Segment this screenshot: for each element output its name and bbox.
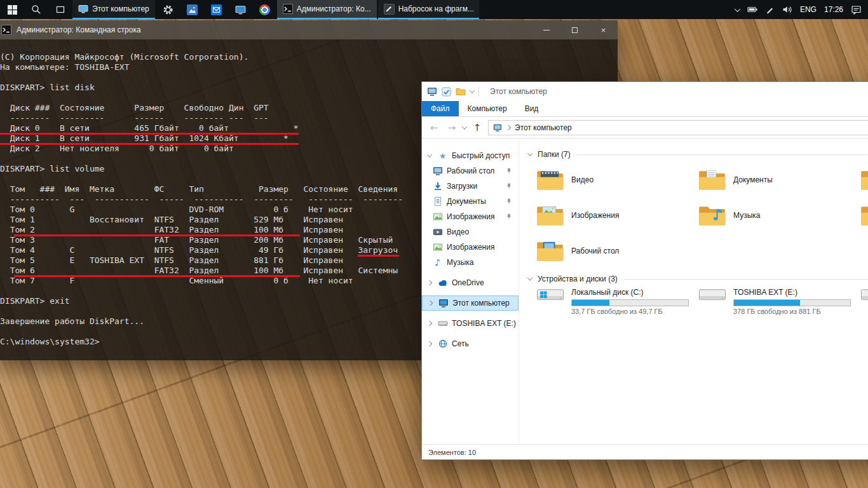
folder-icon [536, 205, 564, 226]
taskbar-app-this-pc[interactable]: Этот компьютер [72, 0, 155, 19]
drive-icon-windows [536, 288, 564, 306]
expander-icon[interactable] [427, 321, 432, 326]
pin-icon [506, 214, 512, 220]
group-divider [576, 154, 868, 155]
collapse-chevron-icon[interactable] [527, 151, 532, 156]
folder-icon [536, 169, 564, 191]
annotation-underline-disk1 [0, 143, 299, 145]
start-button[interactable] [0, 0, 24, 19]
chrome-icon [259, 4, 270, 15]
tab-file[interactable]: Файл [422, 101, 459, 116]
search-button[interactable] [24, 0, 48, 19]
mail-app-icon [211, 4, 222, 15]
folder-item-partial[interactable] [860, 198, 868, 233]
folder-item-pictures[interactable]: Изображения [536, 198, 698, 233]
address-bar[interactable]: Этот компьютер [488, 120, 868, 135]
expander-icon[interactable] [427, 280, 432, 285]
action-center-icon[interactable] [851, 5, 862, 15]
close-button[interactable]: × [589, 20, 618, 39]
folder-icon [698, 205, 726, 226]
properties-icon[interactable] [442, 87, 451, 97]
tab-view[interactable]: Вид [516, 101, 548, 116]
navigation-bar: ← → ↑ Этот компьютер [422, 117, 868, 139]
this-pc-icon [427, 86, 437, 97]
recent-locations-chevron-icon[interactable] [462, 124, 467, 129]
group-header-folders[interactable]: Папки (7) [528, 147, 868, 162]
maximize-button[interactable] [560, 20, 589, 39]
tray-overflow-chevron-icon[interactable] [735, 6, 741, 12]
annotation-underline-vol6 [14, 275, 300, 277]
sidebar-item-videos[interactable]: Видео [422, 224, 519, 240]
sidebar-item-quick-access[interactable]: ★ Быстрый доступ [422, 148, 519, 163]
explorer-titlebar[interactable]: Этот компьютер [422, 82, 868, 101]
sidebar-item-music[interactable]: ♪ Музыка [422, 255, 519, 270]
task-view-button[interactable] [48, 0, 72, 19]
cmd-line: (C) Корпорация Майкрософт (Microsoft Cor… [0, 52, 618, 62]
folder-item-desktop[interactable]: Рабочий стол [536, 233, 698, 269]
folder-item-partial[interactable] [860, 162, 868, 198]
windows-logo-icon [8, 5, 17, 15]
drive-item-toshiba[interactable]: TOSHIBA EXT (E:) 378 ГБ свободно из 881 … [698, 287, 860, 322]
star-icon: ★ [437, 151, 448, 161]
status-bar: Элементов: 10 [422, 444, 868, 459]
sidebar-item-desktop[interactable]: Рабочий стол [422, 163, 519, 179]
expander-icon[interactable] [427, 152, 432, 157]
breadcrumb-chevron-icon[interactable] [506, 125, 511, 130]
cmd-titlebar[interactable]: Администратор: Командная строка × [0, 20, 618, 39]
expander-icon[interactable] [427, 341, 432, 346]
sidebar-item-toshiba-ext[interactable]: TOSHIBA EXT (E:) [422, 316, 519, 331]
taskbar-app-snip[interactable]: Набросок на фрагм... [378, 0, 479, 19]
folder-item-videos[interactable]: Видео [536, 162, 698, 198]
pin-icon [506, 168, 512, 174]
sidebar-item-documents[interactable]: Документы [422, 194, 519, 209]
picture-icon [432, 242, 443, 252]
display-app-button[interactable] [229, 0, 253, 19]
pen-icon[interactable] [766, 5, 775, 14]
sidebar-item-onedrive[interactable]: OneDrive [422, 275, 519, 290]
system-tray: ENG 17:26 [735, 0, 868, 19]
drive-item-c[interactable]: Локальный диск (C:) 33,7 ГБ свободно из … [536, 287, 698, 322]
quick-access-toolbar-chevron-icon[interactable] [470, 88, 475, 93]
collapse-chevron-icon[interactable] [527, 275, 532, 280]
drive-item-partial[interactable] [860, 287, 868, 322]
sidebar-item-downloads[interactable]: Загрузки [422, 179, 519, 194]
forward-button[interactable]: → [445, 122, 459, 133]
explorer-window-title: Этот компьютер [490, 87, 547, 96]
tab-computer[interactable]: Компьютер [459, 101, 516, 116]
sidebar-item-pictures[interactable]: Изображения [422, 209, 519, 224]
network-icon [437, 339, 448, 349]
minimize-button[interactable] [532, 20, 560, 39]
folder-item-documents[interactable]: Документы [698, 162, 860, 198]
group-header-devices[interactable]: Устройства и диски (3) [528, 271, 868, 287]
expander-icon[interactable] [428, 301, 433, 306]
disk-usage-fill [572, 300, 609, 306]
music-note-icon: ♪ [432, 257, 443, 268]
volume-icon[interactable] [782, 5, 792, 14]
search-icon [31, 4, 41, 15]
breadcrumb[interactable]: Этот компьютер [515, 123, 572, 132]
drive-icon [437, 318, 448, 329]
onedrive-cloud-icon [437, 278, 448, 288]
up-button[interactable]: ↑ [470, 122, 484, 133]
picture-icon [432, 212, 443, 222]
back-button[interactable]: ← [427, 122, 441, 133]
taskbar-empty-area [480, 0, 735, 19]
battery-icon[interactable] [747, 5, 758, 14]
language-indicator[interactable]: ENG [800, 5, 817, 14]
photos-app-button[interactable] [180, 0, 205, 19]
folder-item-music[interactable]: Музыка [698, 198, 860, 233]
taskbar-app-label: Набросок на фрагм... [398, 4, 473, 13]
sidebar-item-network[interactable]: Сеть [422, 336, 519, 351]
new-folder-icon[interactable] [456, 87, 466, 96]
clock[interactable]: 17:26 [824, 5, 843, 14]
items-count: Элементов: 10 [428, 449, 476, 456]
mail-app-button[interactable] [205, 0, 229, 19]
chrome-button[interactable] [253, 0, 277, 19]
sidebar-item-pictures-2[interactable]: Изображения [422, 240, 519, 255]
taskbar-app-cmd[interactable]: Администратор: Ко... [277, 0, 377, 19]
disk-usage-fill [734, 300, 800, 306]
pin-icon [506, 198, 512, 205]
sidebar-item-this-pc[interactable]: Этот компьютер [422, 295, 519, 311]
ribbon-tabs: Файл Компьютер Вид [422, 101, 868, 117]
settings-button[interactable] [156, 0, 180, 19]
